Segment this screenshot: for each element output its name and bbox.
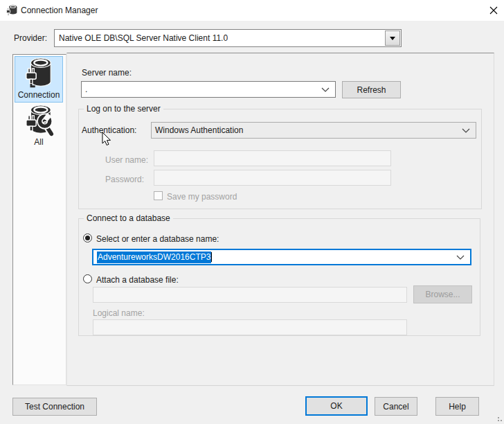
test-connection-button[interactable]: Test Connection xyxy=(12,398,97,416)
chevron-down-icon xyxy=(321,87,330,92)
server-name-value: . xyxy=(85,85,87,94)
server-name-combobox[interactable]: . xyxy=(81,81,336,98)
database-name-value: AdventureworksDW2016CTP3 xyxy=(97,251,211,263)
database-wrench-icon xyxy=(23,104,55,139)
window-title: Connection Manager xyxy=(21,6,98,15)
username-field[interactable] xyxy=(154,150,391,166)
triangle-down-icon xyxy=(390,37,395,40)
cancel-button[interactable]: Cancel xyxy=(375,397,417,416)
attach-file-label: Attach a database file: xyxy=(96,275,179,285)
browse-button[interactable]: Browse... xyxy=(413,285,472,303)
logical-name-field[interactable] xyxy=(93,319,407,335)
chevron-down-icon xyxy=(456,255,465,260)
provider-label: Provider: xyxy=(14,33,47,43)
title-bar: Connection Manager xyxy=(0,0,504,21)
text-caret xyxy=(211,252,212,262)
mouse-cursor xyxy=(102,132,112,147)
close-button[interactable] xyxy=(485,2,503,19)
sidebar-item-all[interactable]: All xyxy=(15,104,63,150)
authentication-value: Windows Authentication xyxy=(155,125,243,135)
username-label: User name: xyxy=(105,155,148,165)
save-password-label: Save my password xyxy=(167,192,237,202)
provider-combobox[interactable]: Native OLE DB\SQL Server Native Client 1… xyxy=(54,29,402,47)
logical-name-label: Logical name: xyxy=(93,308,145,318)
grip-dot xyxy=(498,417,499,418)
sidebar-item-connection[interactable]: Connection xyxy=(15,56,63,103)
attach-file-radio[interactable] xyxy=(83,274,92,283)
close-icon xyxy=(489,6,498,15)
password-label: Password: xyxy=(105,175,144,184)
refresh-button[interactable]: Refresh xyxy=(342,81,401,98)
grip-dot xyxy=(498,420,499,421)
chevron-down-icon xyxy=(462,128,470,133)
sidebar-item-label: Connection xyxy=(18,90,60,100)
save-password-checkbox[interactable] xyxy=(154,191,163,200)
database-plug-icon xyxy=(6,4,18,17)
connection-manager-dialog: { "window": { "title": "Connection Manag… xyxy=(0,0,504,424)
sidebar-item-label: All xyxy=(34,137,43,147)
select-database-label: Select or enter a database name: xyxy=(96,234,219,244)
provider-value: Native OLE DB\SQL Server Native Client 1… xyxy=(55,33,228,43)
database-name-combobox[interactable]: AdventureworksDW2016CTP3 xyxy=(92,249,471,265)
provider-dropdown-button[interactable] xyxy=(385,30,400,46)
logon-group-title: Log on to the server xyxy=(84,104,163,114)
database-file-field[interactable] xyxy=(93,287,407,303)
select-database-radio[interactable] xyxy=(83,233,92,242)
database-plug-icon xyxy=(23,57,55,91)
authentication-combobox[interactable]: Windows Authentication xyxy=(151,122,476,139)
provider-type-sidebar: Connection All xyxy=(12,54,66,385)
help-button[interactable]: Help xyxy=(435,397,479,416)
ok-button[interactable]: OK xyxy=(305,396,368,416)
password-field[interactable] xyxy=(154,170,391,186)
database-group-title: Connect to a database xyxy=(84,213,173,223)
grip-dot xyxy=(501,420,502,421)
server-name-label: Server name: xyxy=(82,68,132,78)
